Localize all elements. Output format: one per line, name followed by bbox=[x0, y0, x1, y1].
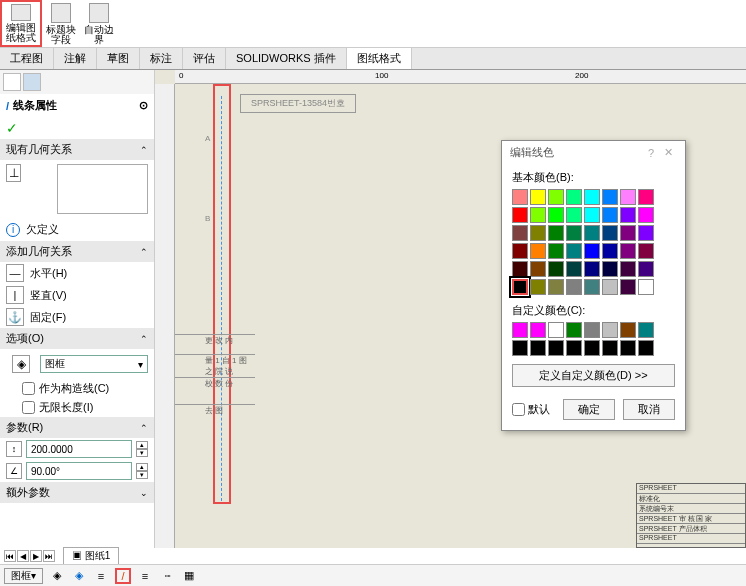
custom-color-swatch[interactable] bbox=[530, 322, 546, 338]
color-swatch[interactable] bbox=[584, 279, 600, 295]
angle-input[interactable]: 90.00° bbox=[26, 462, 132, 480]
color-swatch[interactable] bbox=[602, 225, 618, 241]
custom-color-swatch[interactable] bbox=[530, 340, 546, 356]
color-swatch[interactable] bbox=[584, 207, 600, 223]
color-swatch[interactable] bbox=[530, 243, 546, 259]
color-swatch[interactable] bbox=[512, 279, 528, 295]
color-swatch[interactable] bbox=[620, 243, 636, 259]
line-color-icon[interactable]: / bbox=[115, 568, 131, 584]
color-swatch[interactable] bbox=[530, 279, 546, 295]
cancel-button[interactable]: 取消 bbox=[623, 399, 675, 420]
relation-fixed[interactable]: ⚓ 固定(F) bbox=[0, 306, 154, 328]
custom-color-swatch[interactable] bbox=[584, 322, 600, 338]
tab-sketch[interactable]: 草图 bbox=[97, 48, 140, 69]
color-swatch[interactable] bbox=[566, 261, 582, 277]
color-swatch[interactable] bbox=[620, 279, 636, 295]
color-swatch[interactable] bbox=[512, 207, 528, 223]
custom-color-swatch[interactable] bbox=[602, 322, 618, 338]
status-icon-2[interactable]: ◈ bbox=[71, 568, 87, 584]
custom-color-swatch[interactable] bbox=[620, 340, 636, 356]
custom-color-swatch[interactable] bbox=[584, 340, 600, 356]
color-swatch[interactable] bbox=[584, 243, 600, 259]
custom-color-swatch[interactable] bbox=[638, 322, 654, 338]
construction-checkbox[interactable] bbox=[22, 382, 35, 395]
confirm-check-icon[interactable]: ✓ bbox=[6, 120, 18, 136]
tree-view-icon[interactable] bbox=[3, 73, 21, 91]
color-swatch[interactable] bbox=[548, 279, 564, 295]
dialog-close-icon[interactable]: ✕ bbox=[660, 146, 677, 159]
section-parameters[interactable]: 参数(R)⌃ bbox=[0, 417, 154, 438]
length-input[interactable]: 200.0000 bbox=[26, 440, 132, 458]
color-swatch[interactable] bbox=[512, 225, 528, 241]
color-swatch[interactable] bbox=[548, 261, 564, 277]
tab-annotation[interactable]: 注解 bbox=[54, 48, 97, 69]
tab-evaluate[interactable]: 评估 bbox=[183, 48, 226, 69]
layer-status-select[interactable]: 图框 bbox=[4, 568, 43, 584]
default-checkbox-label[interactable]: 默认 bbox=[512, 402, 550, 417]
define-custom-button[interactable]: 定义自定义颜色(D) >> bbox=[512, 364, 675, 387]
color-swatch[interactable] bbox=[602, 243, 618, 259]
relation-horizontal[interactable]: — 水平(H) bbox=[0, 262, 154, 284]
color-swatch[interactable] bbox=[620, 207, 636, 223]
tab-sheet-format[interactable]: 图纸格式 bbox=[347, 48, 412, 69]
color-swatch[interactable] bbox=[638, 261, 654, 277]
existing-relations-list[interactable] bbox=[57, 164, 148, 214]
custom-color-swatch[interactable] bbox=[638, 340, 654, 356]
color-swatch[interactable] bbox=[566, 279, 582, 295]
auto-border-button[interactable]: 自动边界 bbox=[80, 0, 118, 47]
sheet-tab-1[interactable]: ▣ 图纸1 bbox=[63, 547, 119, 565]
section-options[interactable]: 选项(O)⌃ bbox=[0, 328, 154, 349]
color-swatch[interactable] bbox=[602, 261, 618, 277]
color-swatch[interactable] bbox=[530, 189, 546, 205]
color-swatch[interactable] bbox=[530, 207, 546, 223]
nav-last-icon[interactable]: ⏭ bbox=[43, 550, 55, 562]
color-swatch[interactable] bbox=[548, 243, 564, 259]
length-down[interactable]: ▾ bbox=[136, 449, 148, 457]
status-icon-5[interactable]: ≡ bbox=[137, 568, 153, 584]
nav-next-icon[interactable]: ▶ bbox=[30, 550, 42, 562]
color-swatch[interactable] bbox=[566, 225, 582, 241]
length-up[interactable]: ▴ bbox=[136, 441, 148, 449]
tab-dimension[interactable]: 标注 bbox=[140, 48, 183, 69]
nav-first-icon[interactable]: ⏮ bbox=[4, 550, 16, 562]
tab-addins[interactable]: SOLIDWORKS 插件 bbox=[226, 48, 347, 69]
color-swatch[interactable] bbox=[638, 225, 654, 241]
color-swatch[interactable] bbox=[638, 243, 654, 259]
ok-button[interactable]: 确定 bbox=[563, 399, 615, 420]
nav-prev-icon[interactable]: ◀ bbox=[17, 550, 29, 562]
custom-color-swatch[interactable] bbox=[620, 322, 636, 338]
color-swatch[interactable] bbox=[548, 189, 564, 205]
color-swatch[interactable] bbox=[602, 279, 618, 295]
color-swatch[interactable] bbox=[638, 279, 654, 295]
color-swatch[interactable] bbox=[584, 261, 600, 277]
color-swatch[interactable] bbox=[530, 225, 546, 241]
color-swatch[interactable] bbox=[584, 189, 600, 205]
angle-up[interactable]: ▴ bbox=[136, 463, 148, 471]
color-swatch[interactable] bbox=[602, 189, 618, 205]
section-existing-relations[interactable]: 现有几何关系⌃ bbox=[0, 139, 154, 160]
custom-color-swatch[interactable] bbox=[566, 340, 582, 356]
relation-vertical[interactable]: | 竖直(V) bbox=[0, 284, 154, 306]
color-swatch[interactable] bbox=[566, 243, 582, 259]
status-icon-7[interactable]: ▦ bbox=[181, 568, 197, 584]
default-checkbox[interactable] bbox=[512, 403, 525, 416]
color-swatch[interactable] bbox=[584, 225, 600, 241]
custom-color-swatch[interactable] bbox=[566, 322, 582, 338]
color-swatch[interactable] bbox=[620, 189, 636, 205]
color-swatch[interactable] bbox=[638, 207, 654, 223]
color-swatch[interactable] bbox=[512, 243, 528, 259]
property-view-icon[interactable] bbox=[23, 73, 41, 91]
tab-drawing[interactable]: 工程图 bbox=[0, 48, 54, 69]
status-icon-1[interactable]: ◈ bbox=[49, 568, 65, 584]
dialog-help-icon[interactable]: ? bbox=[642, 147, 660, 159]
layer-select[interactable]: 图框 bbox=[40, 355, 148, 373]
infinite-checkbox[interactable] bbox=[22, 401, 35, 414]
section-add-relations[interactable]: 添加几何关系⌃ bbox=[0, 241, 154, 262]
color-swatch[interactable] bbox=[512, 261, 528, 277]
custom-color-swatch[interactable] bbox=[548, 340, 564, 356]
color-swatch[interactable] bbox=[566, 207, 582, 223]
selected-line[interactable] bbox=[221, 96, 222, 501]
custom-color-swatch[interactable] bbox=[602, 340, 618, 356]
color-swatch[interactable] bbox=[548, 225, 564, 241]
pin-icon[interactable]: ⊙ bbox=[139, 99, 148, 112]
